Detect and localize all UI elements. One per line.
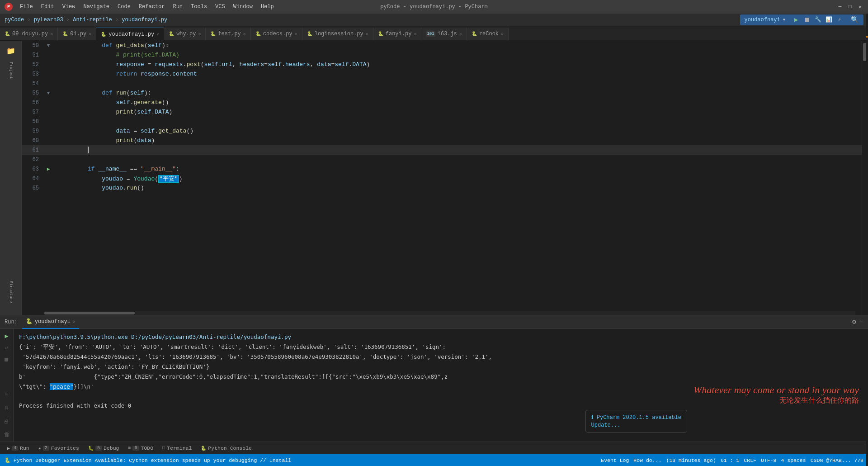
run-config[interactable]: youdaofnayi ▾ ▶ ⏹ 🔧 📊 ⚡ 🔍 xyxy=(740,14,863,25)
menu-navigate[interactable]: Navigate xyxy=(80,3,113,11)
tab-09douyu[interactable]: 🐍 09_douyu.py ✕ xyxy=(0,28,58,40)
window-title: pyCode - youdaofnayi.py - PyCharm xyxy=(380,4,488,10)
window-controls: ─ □ ✕ xyxy=(836,3,863,10)
run-rerun-btn[interactable]: ↩ xyxy=(2,343,12,353)
bottom-tab-python-console[interactable]: 🐍 Python Console xyxy=(197,443,255,454)
indent[interactable]: 4 spaces xyxy=(781,457,806,463)
tab-01py[interactable]: 🐍 01.py ✕ xyxy=(58,28,96,40)
menu-window[interactable]: Window xyxy=(230,3,256,11)
h-scrollbar-thumb[interactable] xyxy=(44,312,135,314)
profile-button[interactable]: ⚡ xyxy=(835,15,844,24)
output-bytes-line: b' {"type":"ZH_CN2EN","errorCode":0,"ela… xyxy=(19,372,863,381)
menu-edit[interactable]: Edit xyxy=(38,3,58,11)
run-sidebar: ▶ ↩ ⏹ ≡ ⇅ 🖨 🗑 xyxy=(0,329,14,442)
settings-icon[interactable]: ⚙ xyxy=(852,318,856,326)
run-list-btn[interactable]: ≡ xyxy=(2,389,12,399)
nav-bar: pyCode › pyLearn03 › Anti-reptile › youd… xyxy=(0,14,868,26)
bottom-tab-run[interactable]: ▶ 4 Run xyxy=(4,443,33,454)
tab-loginsession[interactable]: 🐍 loginsession.py ✕ xyxy=(302,28,373,40)
bottom-tab-todo[interactable]: ≡ 6 TODO xyxy=(124,443,157,454)
breadcrumb: pyCode › pyLearn03 › Anti-reptile › youd… xyxy=(5,17,167,23)
close-tab-codecs[interactable]: ✕ xyxy=(295,31,297,37)
run-filter-btn[interactable]: 🖨 xyxy=(2,416,12,426)
menu-tools[interactable]: Tools xyxy=(187,3,211,11)
tab-test[interactable]: 🐍 test.py ✕ xyxy=(206,28,250,40)
run-sort-btn[interactable]: ⇅ xyxy=(2,403,12,413)
close-tab-why[interactable]: ✕ xyxy=(198,31,201,37)
bottom-tab-favorites[interactable]: ★ 2 Favorites xyxy=(35,443,83,454)
charset[interactable]: UTF-8 xyxy=(761,457,777,463)
tab-codecs[interactable]: 🐍 codecs.py ✕ xyxy=(251,28,302,40)
close-button[interactable]: ✕ xyxy=(856,3,863,10)
bottom-tab-terminal[interactable]: □ Terminal xyxy=(159,443,195,454)
finished-text: finished xyxy=(46,402,73,409)
run-trash-btn[interactable]: 🗑 xyxy=(2,430,12,440)
event-log-btn[interactable]: Event Log xyxy=(601,457,629,463)
sidebar-structure-label[interactable]: Structure xyxy=(7,279,15,305)
close-tab-test[interactable]: ✕ xyxy=(243,31,246,37)
code-line-53: 53 return response.content xyxy=(22,69,862,79)
close-tab-09douyu[interactable]: ✕ xyxy=(50,31,53,37)
sidebar-project[interactable]: 📁 xyxy=(3,43,19,59)
bottom-tab-debug[interactable]: 🐛 5 Debug xyxy=(85,443,123,454)
run-button[interactable]: ▶ xyxy=(792,15,801,24)
breadcrumb-pylearn[interactable]: pyLearn03 xyxy=(34,17,63,23)
close-tab-01py[interactable]: ✕ xyxy=(89,31,91,37)
coverage-button[interactable]: 📊 xyxy=(824,15,833,24)
tab-youdaofnayi[interactable]: 🐍 youdaofnayi.py ✕ xyxy=(96,28,164,40)
minimap-warning xyxy=(866,36,868,38)
menu-code[interactable]: Code xyxy=(114,3,134,11)
editor-area[interactable]: 50 ▼ def get_data(self): 51 # print(self… xyxy=(22,41,862,315)
run-output[interactable]: F:\python\python3.9.5\python.exe D:/pyCo… xyxy=(14,329,868,442)
build-button[interactable]: 🔧 xyxy=(813,15,822,24)
menu-help[interactable]: Help xyxy=(257,3,278,11)
code-line-57: 57 print(self.DATA) xyxy=(22,107,862,117)
cursor-position: 61 : 1 xyxy=(721,457,739,463)
notif-title: ℹ PyCharm 2020.1.5 available xyxy=(591,414,681,421)
sidebar-left: 📁 Project Structure xyxy=(0,41,22,315)
app-icon: P xyxy=(5,3,13,11)
line-endings[interactable]: CRLF xyxy=(744,457,756,463)
close-tab-fanyi[interactable]: ✕ xyxy=(414,31,416,37)
close-tab-loginsession[interactable]: ✕ xyxy=(366,31,368,37)
h-scrollbar[interactable] xyxy=(44,311,855,315)
run-stop-btn[interactable]: ⏹ xyxy=(2,355,12,365)
run-tab-label: youdaofnayi xyxy=(35,319,71,325)
maximize-button[interactable]: □ xyxy=(846,3,854,10)
tab-recook[interactable]: 🐍 reCook » xyxy=(467,28,509,40)
tab-163js[interactable]: 101 163.js ✕ xyxy=(421,28,467,40)
breadcrumb-antirepile[interactable]: Anti-reptile xyxy=(73,17,112,23)
search-button[interactable]: 🔍 xyxy=(850,15,859,24)
stop-button[interactable]: ⏹ xyxy=(802,15,811,24)
close-tab-163js[interactable]: ✕ xyxy=(459,31,462,37)
breadcrumb-file[interactable]: youdaofnayi.py xyxy=(122,17,167,23)
output-tgt-line: \"tgt\": "peace"}]]\n' xyxy=(19,382,863,391)
status-warning-icon: 🐍 xyxy=(5,457,11,463)
menu-refactor[interactable]: Refactor xyxy=(135,3,169,11)
breadcrumb-pycode[interactable]: pyCode xyxy=(5,17,24,23)
minimize-button[interactable]: ─ xyxy=(836,3,844,10)
pycharm-notification[interactable]: ℹ PyCharm 2020.1.5 available Update... xyxy=(585,410,687,433)
run-play-btn[interactable]: ▶ xyxy=(2,331,12,341)
notif-link[interactable]: Update... xyxy=(591,422,681,428)
code-editor[interactable]: 50 ▼ def get_data(self): 51 # print(self… xyxy=(22,41,862,315)
editor-layout: 📁 Project Structure 50 ▼ def get_data(se… xyxy=(0,41,868,315)
tab-fanyi[interactable]: 🐍 fanyi.py ✕ xyxy=(373,28,422,40)
time-ago: (13 minutes ago) xyxy=(666,457,716,463)
menu-vcs[interactable]: VCS xyxy=(212,3,229,11)
menu-run[interactable]: Run xyxy=(169,3,186,11)
tab-why[interactable]: 🐍 why.py ✕ xyxy=(164,28,206,40)
close-tab-youdao[interactable]: ✕ xyxy=(156,32,159,37)
tab-bar: 🐍 09_douyu.py ✕ 🐍 01.py ✕ 🐍 youdaofnayi.… xyxy=(0,26,868,41)
sidebar-structure[interactable]: Project xyxy=(3,60,19,81)
menu-file[interactable]: File xyxy=(16,3,37,11)
menu-view[interactable]: View xyxy=(59,3,79,11)
run-config-controls: ▶ ⏹ 🔧 📊 ⚡ xyxy=(792,15,844,24)
minimize-panel-icon[interactable]: ─ xyxy=(860,319,863,326)
output-path-line: F:\python\python3.9.5\python.exe D:/pyCo… xyxy=(19,333,863,342)
title-bar: P File Edit View Navigate Code Refactor … xyxy=(0,0,868,14)
run-tab-youdao[interactable]: 🐍 youdaofnayi ✕ xyxy=(22,315,79,329)
v-scrollbar[interactable] xyxy=(862,41,868,315)
close-run-tab[interactable]: ✕ xyxy=(73,319,75,324)
run-panel: Run: 🐍 youdaofnayi ✕ ⚙ ─ ▶ ↩ ⏹ ≡ ⇅ 🖨 🗑 F… xyxy=(0,315,868,442)
